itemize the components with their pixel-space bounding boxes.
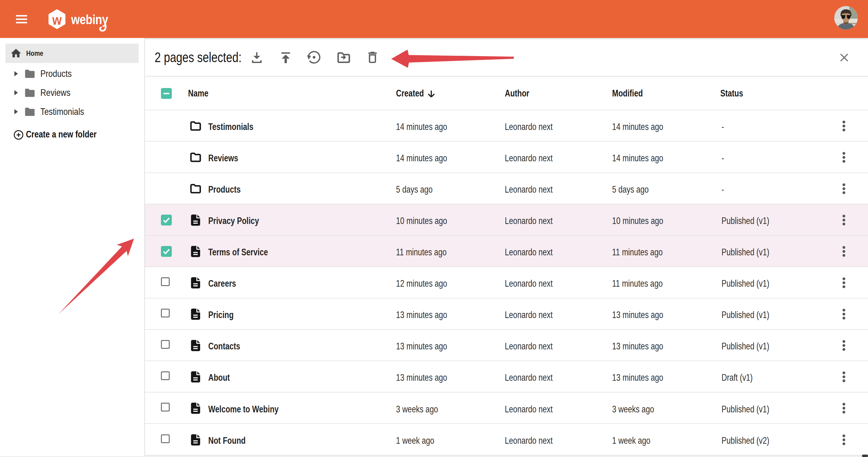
svg-text:w: w [52, 12, 62, 28]
svg-text:webiny: webiny [71, 12, 108, 27]
